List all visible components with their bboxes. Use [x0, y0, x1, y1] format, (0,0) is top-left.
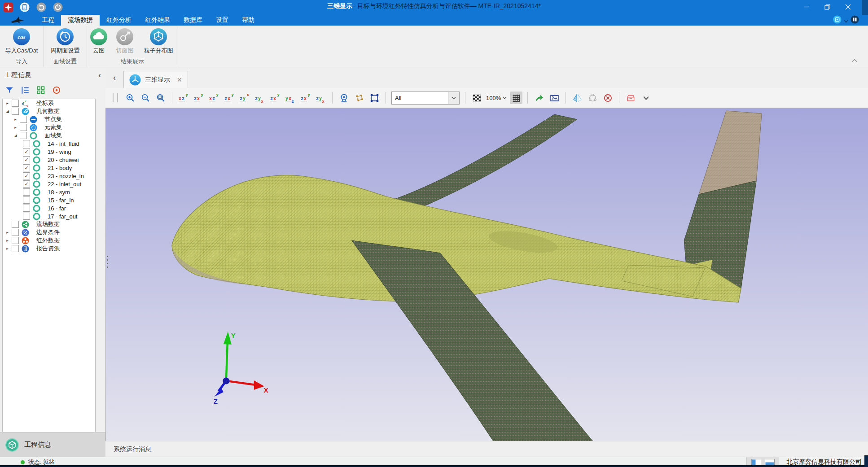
tree-item[interactable]: ▸红外数据: [3, 236, 95, 244]
zoom-out-button[interactable]: [139, 92, 152, 104]
view-iso-1-button[interactable]: yzx: [269, 92, 281, 104]
tab-3d-view[interactable]: 三维显示 ✕: [123, 71, 188, 88]
zoom-fit-button[interactable]: [154, 92, 167, 104]
view-back-button[interactable]: yzx: [193, 92, 205, 104]
zoom-in-button[interactable]: [124, 92, 136, 104]
outline-icon[interactable]: [20, 85, 30, 95]
tree-item[interactable]: ✓22 - inlet_out: [3, 180, 95, 188]
tree-item[interactable]: ✓23 - nozzle_in: [3, 172, 95, 180]
tree-item[interactable]: 15 - far_in: [3, 196, 95, 204]
tree-checkbox[interactable]: ✓: [23, 172, 30, 179]
splitter-handle[interactable]: [106, 256, 109, 268]
tree-checkbox[interactable]: [20, 124, 27, 131]
tree-expand-arrow[interactable]: ▸: [4, 101, 10, 105]
tree-checkbox[interactable]: [20, 116, 27, 123]
ribbon-button-cas[interactable]: cas导入Cas/Dat: [2, 28, 41, 55]
tree-checkbox[interactable]: ✓: [23, 164, 30, 171]
grid-view-icon[interactable]: [36, 85, 46, 95]
ribbon-collapse-button[interactable]: [852, 56, 857, 64]
tab-scroll-left-button[interactable]: ‹: [105, 73, 123, 83]
tree-checkbox[interactable]: [20, 132, 27, 139]
tree-checkbox[interactable]: [12, 245, 19, 252]
view-iso-3-button[interactable]: yzx: [299, 92, 312, 104]
minimize-button[interactable]: [796, 0, 817, 13]
delete-button[interactable]: [601, 92, 614, 104]
tree-checkbox[interactable]: [23, 213, 30, 220]
box-select-button[interactable]: [368, 92, 381, 104]
tree-checkbox[interactable]: ✓: [23, 148, 30, 155]
tree-expand-arrow[interactable]: ◢: [4, 109, 10, 113]
panel-layout-left-button[interactable]: [751, 459, 761, 466]
tree-item[interactable]: 16 - far: [3, 204, 95, 212]
tree-checkbox[interactable]: [12, 108, 19, 115]
tree-checkbox[interactable]: [23, 196, 30, 204]
tree-checkbox[interactable]: [12, 237, 19, 244]
ribbon-button-slice[interactable]: 切面图: [113, 28, 136, 55]
tree-expand-arrow[interactable]: ▸: [13, 117, 18, 122]
display-filter-select[interactable]: All: [391, 92, 460, 105]
filter-icon[interactable]: [4, 85, 14, 95]
menu-item-6[interactable]: 帮助: [235, 15, 261, 26]
particles-button[interactable]: [353, 92, 365, 104]
zoom-level-control[interactable]: 100%: [486, 95, 507, 101]
view-front-button[interactable]: yxz: [177, 92, 190, 104]
menu-item-4[interactable]: 数据库: [177, 15, 209, 26]
tree-item[interactable]: ▸边界条件: [3, 228, 95, 236]
ribbon-button-particles3d[interactable]: 粒子分布图: [139, 28, 178, 55]
chevron-down-icon[interactable]: [448, 92, 459, 104]
tree-checkbox[interactable]: [23, 188, 30, 196]
target-icon[interactable]: [52, 85, 61, 95]
snapshot-button[interactable]: [548, 92, 561, 104]
close-button[interactable]: [837, 0, 858, 13]
panel-collapse-button[interactable]: ‹: [98, 71, 101, 79]
tree-item[interactable]: 流场数据: [3, 220, 95, 228]
view-top-button[interactable]: xzy: [238, 92, 251, 104]
export-button[interactable]: [533, 92, 545, 104]
undo-button[interactable]: [36, 2, 47, 13]
view-iso-4-button[interactable]: xzy: [315, 92, 327, 104]
tree-checkbox[interactable]: ✓: [23, 180, 30, 188]
more-dropdown-button[interactable]: [640, 92, 652, 104]
tree-item[interactable]: ✓21 - body: [3, 164, 95, 172]
panel-bottom-bar[interactable]: 工程信息: [0, 432, 105, 457]
tree-item[interactable]: ▸YZX坐标系: [3, 99, 95, 107]
view-iso-2-button[interactable]: zyx: [284, 92, 297, 104]
tree-item[interactable]: 18 - sym: [3, 188, 95, 196]
tree-item[interactable]: 14 - int_fluid: [3, 140, 95, 148]
tree-item[interactable]: ◢几何数据: [3, 107, 95, 115]
chevron-down-icon[interactable]: [844, 17, 848, 25]
tree-checkbox[interactable]: [23, 205, 30, 212]
tree-item[interactable]: ◢面域集: [3, 131, 95, 140]
tree-item[interactable]: ✓19 - wing: [3, 148, 95, 156]
network-button[interactable]: [586, 92, 599, 104]
tree-checkbox[interactable]: ✓: [23, 156, 30, 163]
tab-close-icon[interactable]: ✕: [177, 76, 182, 83]
tree-expand-arrow[interactable]: ▸: [4, 230, 10, 235]
grid-button[interactable]: [510, 92, 522, 104]
app-icon[interactable]: [3, 2, 13, 13]
panel-layout-bottom-button[interactable]: [765, 459, 775, 466]
display-mode-button[interactable]: [833, 15, 842, 26]
menu-item-3[interactable]: 红外结果: [138, 15, 177, 26]
menu-item-1[interactable]: 流场数据: [61, 15, 100, 26]
tree-checkbox[interactable]: [12, 229, 19, 236]
refresh-button[interactable]: [53, 2, 63, 13]
tree-expand-arrow[interactable]: ▸: [4, 238, 10, 243]
menu-item-0[interactable]: 工程: [35, 15, 61, 26]
tree-expand-arrow[interactable]: ▸: [13, 125, 18, 130]
tree-checkbox[interactable]: [12, 221, 19, 228]
view-bottom-button[interactable]: xzy: [254, 92, 266, 104]
ribbon-button-clock[interactable]: 周期面设置: [46, 28, 84, 55]
mirror-button[interactable]: [571, 92, 583, 104]
tree-item[interactable]: ✓20 - chuiwei: [3, 156, 95, 164]
viewport-canvas[interactable]: Y X Z: [106, 108, 868, 441]
tree-checkbox[interactable]: [23, 140, 30, 147]
save-document-button[interactable]: [19, 2, 30, 13]
menu-item-5[interactable]: 设置: [209, 15, 235, 26]
toolbar-grip[interactable]: [113, 93, 118, 102]
layout-mode-button[interactable]: [850, 15, 859, 26]
transparency-button[interactable]: [470, 92, 483, 104]
tree-item[interactable]: ▸节点集: [3, 115, 95, 123]
tree-expand-arrow[interactable]: ◢: [13, 133, 18, 138]
tree-expand-arrow[interactable]: ▸: [4, 246, 10, 251]
